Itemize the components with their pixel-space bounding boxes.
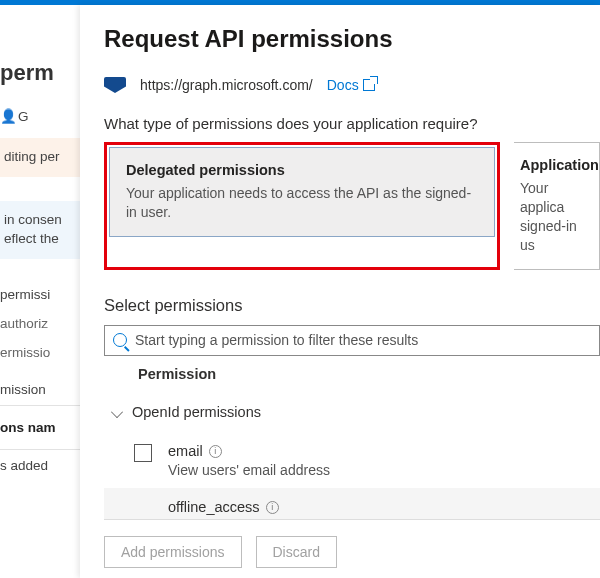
permission-checkbox-email[interactable]: [134, 444, 152, 462]
info-icon[interactable]: i: [209, 445, 222, 458]
discard-button[interactable]: Discard: [256, 536, 337, 568]
user-icon: 👤: [0, 108, 16, 124]
bg-consent-banner: in consen eflect the: [0, 201, 80, 259]
delegated-title: Delegated permissions: [126, 162, 478, 178]
highlight-annotation: Delegated permissions Your application n…: [104, 142, 500, 270]
external-link-icon: [363, 79, 375, 91]
application-permissions-card[interactable]: Application Your applica signed-in us: [514, 142, 600, 270]
bg-guide-row: 👤G: [0, 100, 80, 132]
docs-link[interactable]: Docs: [327, 77, 375, 93]
request-api-permissions-panel: Request API permissions https://graph.mi…: [80, 5, 600, 578]
add-permissions-button[interactable]: Add permissions: [104, 536, 242, 568]
panel-title: Request API permissions: [104, 25, 600, 53]
permission-search[interactable]: [104, 325, 600, 357]
search-icon: [113, 333, 127, 347]
bg-sec4: s added: [0, 449, 80, 481]
bg-sec3: ons nam: [0, 412, 80, 443]
permission-row-email[interactable]: email i View users' email address: [104, 432, 600, 488]
bg-sec1-l1: authoriz: [0, 316, 80, 339]
bg-title: perm: [0, 60, 80, 94]
bg-sec1: permissi: [0, 279, 80, 310]
select-permissions-label: Select permissions: [104, 296, 600, 315]
permission-type-question: What type of permissions does your appli…: [104, 115, 600, 132]
permission-search-input[interactable]: [135, 332, 591, 348]
bg-editing-banner: diting per: [0, 138, 80, 177]
graph-api-icon: [104, 77, 126, 93]
delegated-permissions-card[interactable]: Delegated permissions Your application n…: [109, 147, 495, 237]
application-title: Application: [520, 157, 583, 173]
bg-sec1-l2: ermissio: [0, 345, 80, 368]
docs-link-label: Docs: [327, 77, 359, 93]
permission-desc: View users' email address: [168, 462, 330, 478]
application-desc-l1: Your applica: [520, 179, 583, 217]
api-url: https://graph.microsoft.com/: [140, 77, 313, 93]
bg-sec2: mission: [0, 374, 80, 406]
chevron-down-icon: [111, 406, 123, 418]
column-header-permission: Permission: [104, 356, 600, 392]
permission-name: email: [168, 443, 203, 459]
info-icon[interactable]: i: [266, 501, 279, 514]
permission-name: offline_access: [168, 499, 260, 515]
openid-permissions-group[interactable]: OpenId permissions: [104, 392, 600, 432]
openid-group-label: OpenId permissions: [132, 404, 261, 420]
application-desc-l2: signed-in us: [520, 217, 583, 255]
permission-row-offline-access[interactable]: offline_access i: [104, 488, 600, 519]
delegated-desc: Your application needs to access the API…: [126, 184, 478, 222]
